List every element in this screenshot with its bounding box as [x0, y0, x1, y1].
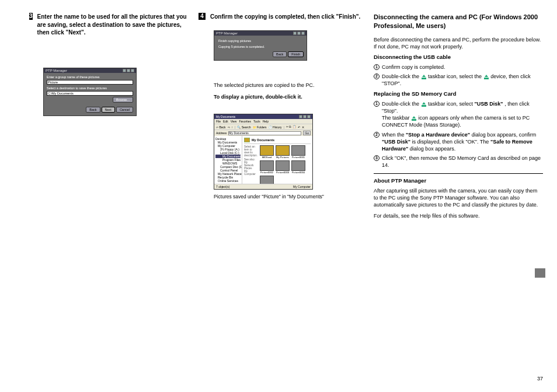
svg-marker-7 [412, 116, 416, 118]
sub-usb: Disconnecting the USB cable [374, 54, 543, 61]
menu-edit[interactable]: Edit [223, 120, 228, 123]
toolbar-folders-icon[interactable]: 📁 Folders [253, 125, 267, 129]
mid-note-2: To display a picture, double-click it. [214, 93, 330, 100]
menu-file[interactable]: File [216, 120, 221, 123]
thumb-picture[interactable]: Picture0002 [260, 160, 274, 174]
destination-label: Select a destination to save these pictu… [47, 86, 133, 90]
maximize-icon[interactable] [297, 32, 301, 35]
step-4-text: Confirm the copying is completed, then c… [210, 13, 360, 21]
step-4-badge: 4 [199, 13, 206, 20]
explorer-caption: Pictures saved under "Picture" in "My Do… [214, 194, 330, 200]
address-input[interactable] [228, 131, 301, 135]
right-title: Disconnecting the camera and PC (For Win… [374, 13, 543, 30]
usb-step-1: Confirm copy is completed. [382, 64, 543, 71]
enum-1-icon: 1 [374, 64, 380, 70]
content-desc-4[interactable]: My Computer [244, 170, 257, 176]
toolbar-history-icon[interactable]: 🕑 History [269, 125, 282, 129]
svg-rect-0 [422, 78, 426, 79]
enum-2-icon: 2 [374, 132, 380, 138]
finish-msg: Copying 5 pictures is completed. [218, 45, 302, 48]
back-button[interactable]: Back [86, 107, 100, 113]
close-icon[interactable] [131, 69, 134, 72]
step-3-text: Enter the name to be used for all the pi… [37, 13, 193, 37]
ptp-text: After capturing still pictures with the … [374, 187, 543, 208]
toolbar-up-icon[interactable]: ↑ [232, 125, 234, 129]
cancel-button[interactable]: Cancel [116, 107, 133, 113]
folder-tree[interactable]: Desktop My Documents My Computer 3½ Flop… [214, 136, 242, 184]
close-icon[interactable] [301, 32, 305, 35]
explorer-toolbar: ⇦ Back ⇨ ↑ | 🔍 Search 📁 Folders 🕑 Histor… [214, 124, 312, 130]
maximize-icon[interactable] [303, 115, 307, 118]
thumb-picture[interactable]: Picture0003 [276, 160, 290, 174]
finish-button[interactable]: Finish [288, 51, 304, 57]
eject-hardware-icon [483, 74, 489, 80]
browse-button[interactable]: Browse... [113, 97, 133, 103]
replace-step-3: Click "OK", then remove the SD Memory Ca… [382, 155, 543, 169]
page-number: 37 [537, 376, 543, 382]
content-folder-name: My Documents [252, 138, 274, 142]
svg-rect-4 [422, 105, 426, 107]
minimize-icon[interactable] [293, 32, 297, 35]
toolbar-search-icon[interactable]: 🔍 Search [237, 125, 250, 129]
next-button[interactable]: Next [102, 107, 115, 113]
content-desc-3[interactable]: My Network Places [244, 161, 257, 170]
svg-marker-1 [422, 75, 426, 77]
enum-1-icon: 1 [374, 101, 380, 107]
ptp-footnote: For details, see the Help files of this … [374, 212, 543, 219]
sub-ptp: About PTP Manager [374, 177, 543, 185]
replace-step-2: When the "Stop a Hardware device" dialog… [382, 131, 543, 152]
svg-marker-3 [485, 75, 488, 77]
dialog2-title: PTP Manager [216, 32, 238, 35]
thumb-folder[interactable]: My Pictures [276, 145, 290, 159]
usb-step-2: Double-click the taskbar icon, select th… [382, 73, 543, 87]
finish-header: Finish copying pictures [218, 39, 302, 43]
toolbar-back-icon[interactable]: ⇦ Back [216, 125, 226, 129]
menu-tools[interactable]: Tools [253, 120, 260, 123]
divider [374, 173, 543, 174]
svg-rect-6 [412, 119, 416, 121]
go-button[interactable]: Go [303, 131, 311, 135]
folder-icon [244, 138, 250, 142]
status-objects: 7 object(s) [216, 185, 229, 188]
status-location: My Computer [293, 185, 311, 188]
ptp-dialog-naming: PTP Manager Enter a group name of these … [43, 68, 137, 116]
toolbar-undo-icon[interactable]: ↶ [298, 125, 300, 129]
menu-favorites[interactable]: Favorites [239, 120, 251, 123]
dialog2-titlebar: PTP Manager [214, 31, 307, 36]
explorer-menubar: File Edit View Favorites Tools Help [214, 119, 312, 124]
eject-hardware-icon [421, 74, 427, 80]
toolbar-forward-icon[interactable]: ⇨ [228, 125, 230, 129]
svg-rect-2 [484, 78, 489, 79]
explorer-title: My Documents [216, 115, 235, 118]
page-tab-marker [535, 268, 545, 278]
ptp-dialog-finish: PTP Manager Finish copying pictures Copy… [214, 30, 307, 61]
tree-node[interactable]: Online Services [215, 179, 241, 183]
step-3-badge: 3 [29, 13, 33, 20]
thumb-picture[interactable]: Picture0004 [291, 160, 305, 174]
toolbar-delete-icon[interactable]: ✕ [302, 125, 304, 129]
enum-2-icon: 2 [374, 74, 380, 79]
eject-hardware-icon [411, 116, 417, 121]
menu-help[interactable]: Help [263, 120, 269, 123]
group-name-input[interactable] [47, 80, 133, 85]
sub-replace: Replacing the SD Memory Card [374, 90, 543, 98]
explorer-window: My Documents File Edit View Favorites To… [214, 114, 313, 190]
thumb-picture[interactable]: Picture0001 [291, 145, 305, 159]
thumb-folder[interactable]: MIDIland [260, 145, 274, 159]
toolbar-edit-icons[interactable]: ✂ ⧉ 📋 [286, 125, 296, 129]
mid-note-1: The selected pictures are copied to the … [214, 82, 330, 89]
minimize-icon[interactable] [123, 69, 126, 72]
maximize-icon[interactable] [127, 69, 130, 72]
menu-view[interactable]: View [231, 120, 237, 123]
content-desc-1: Select an item to view its description. [244, 145, 257, 157]
dialog-title: PTP Manager [46, 69, 67, 72]
replace-step-1: Double-click the taskbar icon, select "U… [382, 100, 543, 129]
right-intro: Before disconnecting the camera and PC, … [374, 36, 543, 50]
eject-hardware-icon [421, 102, 427, 107]
enum-3-icon: 3 [374, 155, 380, 161]
destination-input[interactable] [47, 91, 133, 96]
address-label: Address [216, 131, 227, 135]
back-button-2[interactable]: Back [273, 51, 287, 57]
minimize-icon[interactable] [299, 115, 302, 118]
close-icon[interactable] [307, 115, 311, 118]
